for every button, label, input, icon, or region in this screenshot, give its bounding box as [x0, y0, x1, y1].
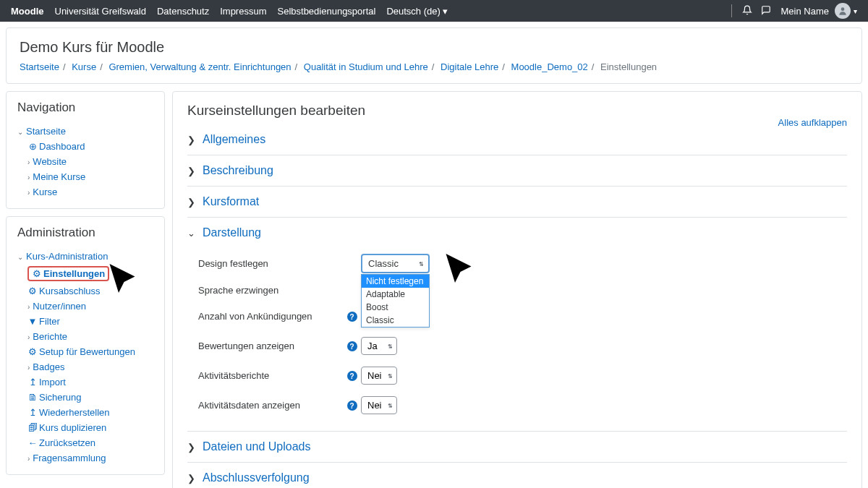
form-heading: Kurseinstellungen bearbeiten	[187, 103, 847, 119]
main-content: Kurseinstellungen bearbeiten Alles aufkl…	[172, 91, 862, 488]
admin-restore[interactable]: ↥Wiederherstellen	[17, 405, 153, 420]
reports-label: Aktivitätsberichte	[198, 370, 343, 381]
crumb-4[interactable]: Digitale Lehre	[441, 61, 498, 72]
chat-icon[interactable]	[761, 5, 771, 17]
nav-dashboard[interactable]: ⊕Dashboard	[17, 139, 153, 154]
nav-courses[interactable]: ›Kurse	[17, 184, 153, 200]
theme-opt-none[interactable]: Nicht festlegen	[362, 275, 429, 288]
chevron-right-icon: ❯	[187, 473, 195, 484]
theme-opt-adaptable[interactable]: Adaptable	[362, 288, 429, 301]
chevron-right-icon: ❯	[187, 166, 195, 176]
section-general[interactable]: ❯ Allgemeines	[187, 124, 847, 155]
user-menu[interactable]: Mein Name ▾	[781, 3, 857, 19]
chevron-right-icon: ❯	[187, 197, 195, 207]
dates-select[interactable]: Nein	[361, 396, 397, 414]
gear-icon: ⚙	[32, 268, 42, 279]
crumb-5[interactable]: Moodle_Demo_02	[511, 61, 588, 72]
admin-block: Administration ⌄Kurs-Administration ⚙Ein…	[6, 216, 165, 475]
admin-root[interactable]: ⌄Kurs-Administration	[17, 249, 153, 264]
crumb-2[interactable]: Gremien, Verwaltung & zentr. Einrichtung…	[109, 61, 291, 72]
page-title: Demo Kurs für Moodle	[20, 39, 848, 56]
admin-reports[interactable]: ›Berichte	[17, 329, 153, 344]
chevron-down-icon: ▾	[443, 6, 448, 17]
admin-backup[interactable]: 🗎Sicherung	[17, 390, 153, 405]
file-icon: 🗎	[27, 392, 38, 403]
nav-mycourses[interactable]: ›Meine Kurse	[17, 169, 153, 184]
navigation-block: Navigation ⌄Startseite ⊕Dashboard ›Websi…	[6, 91, 165, 209]
news-label: Anzahl von Ankündigungen	[198, 311, 343, 322]
nav-website[interactable]: ›Website	[17, 154, 153, 169]
admin-import[interactable]: ↥Import	[17, 374, 153, 390]
help-icon[interactable]: ?	[347, 401, 357, 411]
admin-completion[interactable]: ⚙Kursabschluss	[17, 283, 153, 299]
dashboard-icon: ⊕	[27, 141, 38, 152]
grades-label: Bewertungen anzeigen	[198, 341, 343, 351]
block-title: Navigation	[17, 100, 153, 115]
theme-dropdown: Nicht festlegen Adaptable Boost Classic	[361, 274, 430, 328]
chevron-down-icon: ⌄	[187, 228, 195, 239]
topbar: Moodle Universität Greifswald Datenschut…	[0, 0, 868, 22]
section-appearance[interactable]: ⌄ Darstellung	[187, 217, 847, 248]
admin-reset[interactable]: ←Zurücksetzen	[17, 435, 153, 450]
gear-icon: ⚙	[27, 346, 38, 357]
admin-badges[interactable]: ›Badges	[17, 359, 153, 374]
brand[interactable]: Moodle	[11, 6, 44, 17]
crumb-1[interactable]: Kurse	[72, 61, 96, 72]
crumb-6: Einstellungen	[600, 61, 657, 72]
header: Demo Kurs für Moodle Startseite/ Kurse/ …	[6, 27, 862, 84]
section-files[interactable]: ❯ Dateien und Uploads	[187, 431, 847, 462]
avatar-icon	[835, 3, 851, 19]
help-icon[interactable]: ?	[347, 341, 357, 351]
theme-opt-classic[interactable]: Classic	[362, 314, 429, 327]
grades-select[interactable]: Ja	[361, 337, 397, 355]
dates-label: Aktivitätsdaten anzeigen	[198, 400, 343, 411]
section-description[interactable]: ❯ Beschreibung	[187, 155, 847, 186]
admin-settings[interactable]: ⚙Einstellungen	[17, 264, 153, 283]
admin-users[interactable]: ›Nutzer/innen	[17, 299, 153, 314]
chevron-right-icon: ❯	[187, 134, 195, 145]
admin-questions[interactable]: ›Fragensammlung	[17, 450, 153, 466]
svg-point-0	[841, 7, 845, 11]
theme-opt-boost[interactable]: Boost	[362, 301, 429, 314]
nav-link-uni[interactable]: Universität Greifswald	[55, 6, 146, 17]
expand-all-link[interactable]: Alles aufklappen	[778, 117, 847, 128]
filter-icon: ▼	[27, 316, 38, 327]
restore-icon: ↥	[27, 407, 38, 418]
admin-duplicate[interactable]: 🗐Kurs duplizieren	[17, 420, 153, 435]
chevron-down-icon: ▾	[854, 7, 857, 15]
theme-label: Design festlegen	[198, 258, 343, 269]
import-icon: ↥	[27, 377, 38, 388]
nav-root[interactable]: ⌄Startseite	[17, 124, 153, 139]
section-format[interactable]: ❯ Kursformat	[187, 186, 847, 217]
nav-link-privacy[interactable]: Datenschutz	[157, 6, 209, 17]
block-title: Administration	[17, 226, 153, 240]
bell-icon[interactable]	[742, 5, 752, 17]
copy-icon: 🗐	[27, 422, 38, 433]
back-icon: ←	[27, 437, 38, 448]
admin-grades[interactable]: ⚙Setup für Bewertungen	[17, 344, 153, 359]
nav-link-portal[interactable]: Selbstbedienungsportal	[278, 6, 376, 17]
section-completion[interactable]: ❯ Abschlussverfolgung	[187, 462, 847, 488]
theme-select[interactable]: Classic	[361, 254, 430, 273]
breadcrumb: Startseite/ Kurse/ Gremien, Verwaltung &…	[20, 61, 848, 72]
crumb-0[interactable]: Startseite	[20, 61, 59, 72]
help-icon[interactable]: ?	[347, 312, 357, 322]
gear-icon: ⚙	[27, 286, 38, 296]
lang-label: Sprache erzwingen	[198, 285, 343, 296]
admin-filter[interactable]: ▼Filter	[17, 314, 153, 329]
nav-link-imprint[interactable]: Impressum	[220, 6, 266, 17]
crumb-3[interactable]: Qualität in Studium und Lehre	[304, 61, 428, 72]
appearance-body: Design festlegen Classic Nicht festlegen…	[187, 248, 847, 431]
reports-select[interactable]: Nein	[361, 367, 397, 385]
chevron-right-icon: ❯	[187, 442, 195, 453]
lang-select[interactable]: Deutsch (de) ▾	[386, 6, 448, 17]
help-icon[interactable]: ?	[347, 371, 357, 381]
